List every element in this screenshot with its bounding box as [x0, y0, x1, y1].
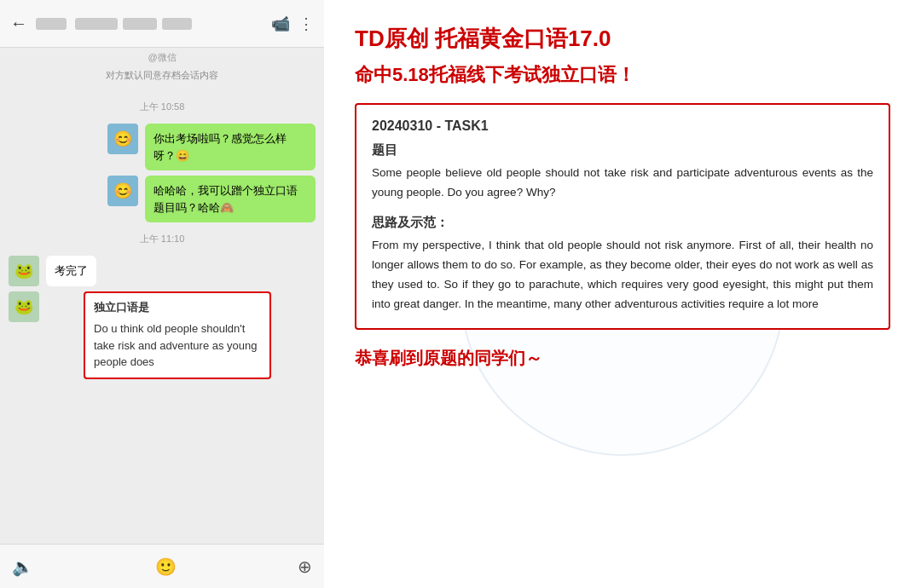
time-label-1: 上午 10:58 [9, 101, 316, 113]
sender-avatar: 😊 [107, 124, 138, 154]
archive-notice: 对方默认同意存档会话内容 [0, 66, 324, 89]
header-icons: 📹 ⋮ [271, 14, 314, 33]
task-id: 20240310 - TASK1 [372, 118, 873, 134]
chat-panel: ← 📹 ⋮ @微信 对方默认同意存档会话内容 上午 10:58 你出考场啦吗？感… [0, 0, 324, 588]
voice-icon[interactable]: 🔈 [12, 556, 33, 577]
message-bubble: 哈哈哈，我可以蹭个独立口语题目吗？哈哈🙈 [145, 176, 316, 222]
video-call-icon[interactable]: 📹 [271, 14, 290, 33]
right-content: TD原创 托福黄金口语17.0 命中5.18托福线下考试独立口语！ 202403… [355, 24, 890, 370]
approach-text: From my perspective, I think that old pe… [372, 236, 873, 314]
contact-avatar-placeholder [36, 18, 67, 30]
sender-avatar: 😊 [107, 176, 138, 206]
receiver-avatar: 🐸 [9, 256, 39, 286]
congrats-text: 恭喜刷到原题的同学们～ [355, 347, 890, 370]
chat-messages: 上午 10:58 你出考场啦吗？感觉怎么样呀？😄 😊 哈哈哈，我可以蹭个独立口语… [0, 89, 324, 544]
emoji-icon[interactable]: 🙂 [155, 556, 177, 577]
task-card: 20240310 - TASK1 题目 Some people believe … [355, 103, 890, 330]
message-bubble: 你出考场啦吗？感觉怎么样呀？😄 [145, 124, 316, 170]
speaking-box: 独立口语是 Do u think old people shouldn't ta… [84, 291, 271, 379]
message-row: 你出考场啦吗？感觉怎么样呀？😄 😊 [9, 124, 316, 170]
speaking-box-content: Do u think old people shouldn't take ris… [94, 320, 261, 371]
message-row: 🐸 考完了 [9, 256, 316, 286]
speaking-box-title: 独立口语是 [94, 300, 261, 315]
question-label: 题目 [372, 142, 873, 159]
name-block-2 [123, 18, 157, 30]
task-question: Some people believe old people should no… [372, 164, 873, 203]
back-button[interactable]: ← [10, 14, 27, 33]
name-block-1 [75, 18, 118, 30]
message-bubble: 考完了 [46, 256, 96, 286]
wechat-label: @微信 [0, 48, 324, 66]
right-panel: TD原创 托福黄金口语17.0 命中5.18托福线下考试独立口语！ 202403… [324, 0, 921, 588]
name-block-3 [162, 18, 192, 30]
chat-header: ← 📹 ⋮ [0, 0, 324, 48]
sub-title: 命中5.18托福线下考试独立口语！ [355, 62, 890, 88]
add-icon[interactable]: ⊕ [298, 556, 312, 577]
approach-label: 思路及示范： [372, 215, 873, 231]
time-label-2: 上午 11:10 [9, 233, 316, 245]
speaking-message-row: 🐸 独立口语是 Do u think old people shouldn't … [9, 291, 316, 379]
chat-input-bar: 🔈 🙂 ⊕ [0, 544, 324, 588]
receiver-avatar-2: 🐸 [9, 291, 39, 322]
message-row: 哈哈哈，我可以蹭个独立口语题目吗？哈哈🙈 😊 [9, 176, 316, 222]
contact-name-placeholder [75, 18, 263, 30]
more-icon[interactable]: ⋮ [298, 14, 314, 33]
main-title: TD原创 托福黄金口语17.0 [355, 24, 890, 54]
